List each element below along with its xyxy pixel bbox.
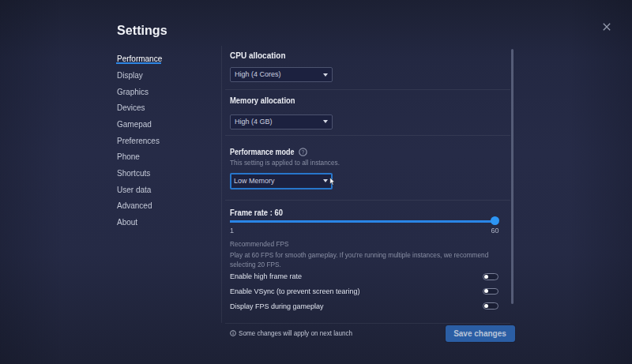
svg-text:?: ? <box>301 149 304 155</box>
